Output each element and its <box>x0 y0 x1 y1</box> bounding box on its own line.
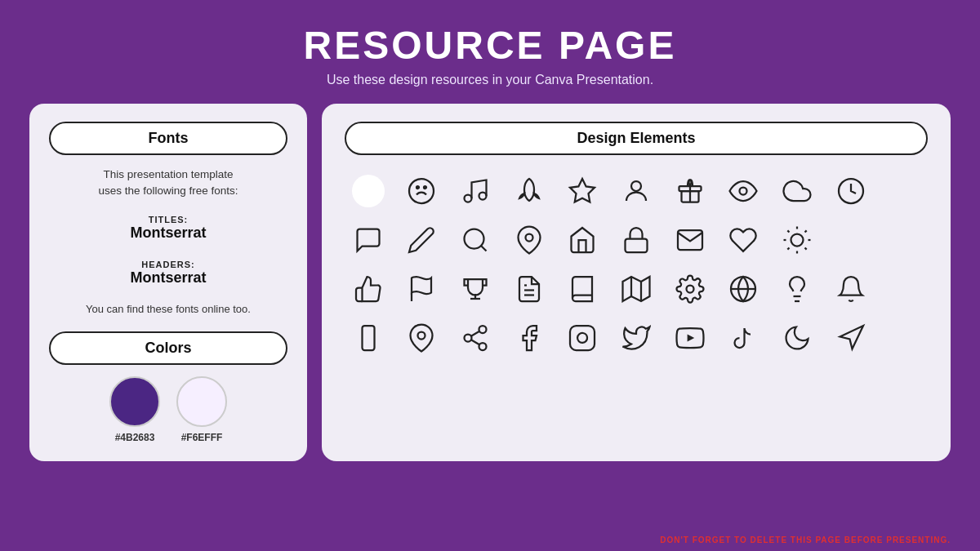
eye-icon <box>719 170 767 212</box>
svg-rect-35 <box>362 326 374 350</box>
swatch-item-1: #4B2683 <box>109 376 160 443</box>
svg-point-9 <box>740 188 747 195</box>
youtube-icon <box>666 317 714 359</box>
rocket-icon <box>506 170 553 212</box>
fonts-section-header: Fonts <box>49 122 287 155</box>
trophy-icon <box>452 268 499 310</box>
cloud-icon <box>773 170 821 212</box>
tiktok-icon <box>719 317 767 359</box>
fonts-online-text: You can find these fonts online too. <box>49 303 287 315</box>
map-icon <box>612 268 660 310</box>
page-title: RESOURCE PAGE <box>0 23 980 68</box>
sad-face-icon <box>399 170 446 212</box>
color-swatches: #4B2683 #F6EFFF <box>49 376 287 443</box>
lock-icon <box>612 219 660 261</box>
empty-icon-4 <box>880 268 928 310</box>
search-icon <box>452 219 499 261</box>
svg-point-15 <box>791 234 803 247</box>
design-elements-header: Design Elements <box>345 122 928 155</box>
gear-icon <box>666 268 714 310</box>
svg-point-40 <box>479 343 487 350</box>
color-swatch-purple <box>109 376 160 427</box>
titles-label: TITLES: <box>49 215 287 224</box>
pencil-icon <box>399 219 446 261</box>
icons-grid <box>345 170 928 359</box>
flag-icon <box>399 268 446 310</box>
swatch-label-1: #4B2683 <box>115 432 155 443</box>
svg-point-6 <box>631 181 641 191</box>
svg-point-2 <box>424 186 426 189</box>
icon-circle <box>345 170 392 212</box>
megaphone-icon <box>827 317 875 359</box>
heart-icon <box>719 219 767 261</box>
footer-note: DON'T FORGET TO DELETE THIS PAGE BEFORE … <box>660 535 951 544</box>
empty-icon-5 <box>880 317 928 359</box>
thumbsup-icon <box>345 268 392 310</box>
empty-icon-3 <box>880 219 928 261</box>
globe-icon <box>719 268 767 310</box>
titles-font-name: Montserrat <box>49 224 287 242</box>
svg-point-0 <box>409 179 434 203</box>
right-panel: Design Elements <box>322 104 951 461</box>
svg-line-42 <box>471 331 479 336</box>
svg-line-41 <box>471 340 479 344</box>
main-content: Fonts This presentation template uses th… <box>0 104 980 461</box>
svg-line-18 <box>787 230 789 232</box>
music-icon <box>452 170 499 212</box>
svg-marker-27 <box>622 277 649 301</box>
swatch-label-2: #F6EFFF <box>181 432 223 443</box>
svg-point-1 <box>416 186 419 189</box>
svg-point-38 <box>479 326 487 333</box>
share-icon <box>452 317 499 359</box>
location-icon <box>399 317 446 359</box>
star-icon <box>559 170 607 212</box>
empty-icon-2 <box>827 219 875 261</box>
colors-section-header: Colors <box>49 331 287 365</box>
svg-rect-43 <box>570 326 595 350</box>
lightbulb-icon <box>773 268 821 310</box>
svg-point-4 <box>479 193 487 200</box>
left-panel: Fonts This presentation template uses th… <box>29 104 307 461</box>
twitter-icon <box>612 317 660 359</box>
svg-line-12 <box>481 246 487 251</box>
gift-icon <box>666 170 714 212</box>
svg-line-22 <box>787 248 789 250</box>
phone-icon <box>345 317 392 359</box>
instagram-icon <box>559 317 607 359</box>
svg-point-39 <box>465 335 472 342</box>
facebook-icon <box>506 317 553 359</box>
svg-marker-5 <box>570 179 595 202</box>
color-swatch-light <box>176 376 227 427</box>
home-icon <box>559 219 607 261</box>
headers-font-item: HEADERS: Montserrat <box>49 260 287 287</box>
svg-point-11 <box>465 229 484 249</box>
person-icon <box>612 170 660 212</box>
svg-rect-14 <box>625 239 647 253</box>
svg-point-3 <box>465 195 472 202</box>
clock-icon <box>827 170 875 212</box>
colors-section: Colors #4B2683 #F6EFFF <box>49 331 287 443</box>
svg-line-23 <box>804 230 806 232</box>
svg-point-37 <box>418 332 425 340</box>
svg-line-19 <box>804 248 806 250</box>
svg-point-13 <box>525 234 532 242</box>
book-icon <box>559 268 607 310</box>
headers-label: HEADERS: <box>49 260 287 269</box>
svg-marker-45 <box>687 334 694 341</box>
mail-icon <box>666 219 714 261</box>
headers-font-name: Montserrat <box>49 269 287 287</box>
chat-icon <box>345 219 392 261</box>
swatch-item-2: #F6EFFF <box>176 376 227 443</box>
page-subtitle: Use these design resources in your Canva… <box>0 73 980 87</box>
moon-icon <box>773 317 821 359</box>
pin-icon <box>506 219 553 261</box>
svg-point-30 <box>686 286 693 293</box>
bell-icon <box>827 268 875 310</box>
empty-icon-1 <box>880 170 928 212</box>
page-header: RESOURCE PAGE Use these design resources… <box>0 0 980 96</box>
fonts-description: This presentation template uses the foll… <box>49 167 287 200</box>
document-icon <box>506 268 553 310</box>
titles-font-item: TITLES: Montserrat <box>49 215 287 242</box>
sun-icon <box>773 219 821 261</box>
